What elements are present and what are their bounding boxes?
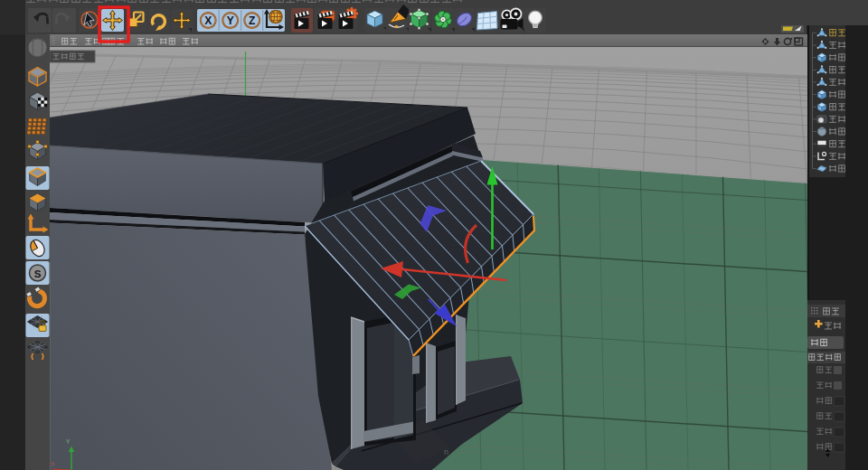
svg-text:X: X [204,14,212,27]
svg-text:Y: Y [227,14,234,27]
svg-text:Y: Y [66,438,71,445]
svg-text:Z: Z [249,14,255,27]
svg-text:S: S [34,268,42,279]
svg-text:n: n [444,447,448,456]
svg-text:X: X [51,461,55,467]
